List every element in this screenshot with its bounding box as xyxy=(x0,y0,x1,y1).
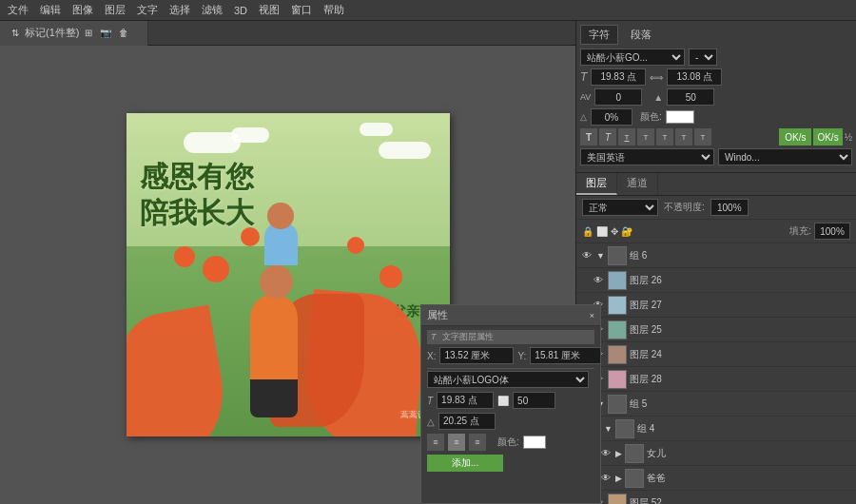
italic-btn[interactable]: T xyxy=(599,128,616,145)
style-btn-4[interactable]: T xyxy=(637,128,654,145)
layers-header: 图层 通道 xyxy=(576,173,856,196)
prop-section-title: 文字图层属性 xyxy=(442,332,494,341)
trash-icon[interactable]: 🗑 xyxy=(119,28,128,38)
eye-icon-father[interactable]: 👁 xyxy=(599,472,613,485)
menu-item-3d[interactable]: 3D xyxy=(234,5,247,16)
prop-font-select[interactable]: 站酷小薪LOGO体 xyxy=(427,371,589,388)
x-input[interactable] xyxy=(439,347,514,364)
layer-24[interactable]: 👁 图层 24 xyxy=(576,342,856,367)
eye-icon-26[interactable]: 👁 xyxy=(592,274,605,287)
font-select-row: 站酷小薪LOGO体 xyxy=(427,371,594,388)
thumb-24 xyxy=(608,345,627,364)
expand-icon-father[interactable]: ▶ xyxy=(615,474,622,483)
layer-25[interactable]: 👁 图层 25 xyxy=(576,318,856,342)
menu-item-edit[interactable]: 编辑 xyxy=(40,3,61,17)
prop-size2-input[interactable] xyxy=(438,413,496,430)
font-style-select[interactable]: - xyxy=(689,48,717,66)
font-size-input[interactable] xyxy=(591,68,646,86)
tab-icons: ⊞ 📷 🗑 xyxy=(85,28,128,38)
thumb-group6 xyxy=(608,246,627,265)
tab-bar: ⇅ 标记(1件整) ⊞ 📷 🗑 xyxy=(0,21,575,46)
ok-btn-1[interactable]: OK/s xyxy=(779,128,811,145)
font-family-select[interactable]: 站酷小薪GO... xyxy=(580,48,685,66)
document-tab[interactable]: ⇅ 标记(1件整) ⊞ 📷 🗑 xyxy=(0,21,148,46)
expand-icon-group6[interactable]: ▼ xyxy=(596,251,605,261)
layer-52[interactable]: 👁 图层 52 xyxy=(576,491,856,504)
fill-input[interactable] xyxy=(814,223,850,240)
align-left-btn[interactable]: ≡ xyxy=(427,434,444,451)
window-select[interactable]: Windo... xyxy=(718,148,852,165)
thumb-28 xyxy=(608,370,627,389)
cloud-3 xyxy=(379,142,431,159)
layer-27[interactable]: 👁 图层 27 xyxy=(576,293,856,318)
menu-item-view[interactable]: 视图 xyxy=(259,3,280,17)
size-t-icon: T xyxy=(580,70,587,84)
layer-group5[interactable]: 👁 ▼ 组 5 xyxy=(576,392,856,417)
arrange-view-icon[interactable]: ⊞ xyxy=(85,28,92,38)
bold-btn[interactable]: T xyxy=(580,128,597,145)
prop-leading-input[interactable] xyxy=(513,392,555,409)
arrange-icon: ⇅ xyxy=(11,28,19,38)
menu-item-select[interactable]: 选择 xyxy=(169,3,190,17)
y-input[interactable] xyxy=(530,347,601,364)
layer-group6[interactable]: 👁 ▼ 组 6 xyxy=(576,243,856,268)
layer-father[interactable]: 👁 ▶ 爸爸 xyxy=(576,466,856,491)
align-right-btn[interactable]: ≡ xyxy=(469,434,486,451)
section-divider-1 xyxy=(427,368,594,369)
lang-select[interactable]: 美国英语 xyxy=(580,148,714,165)
style-btn-7[interactable]: T xyxy=(694,128,711,145)
tracking-input[interactable] xyxy=(594,88,642,106)
layer-group4[interactable]: 👁 ▼ 组 4 xyxy=(576,417,856,441)
leading-input[interactable] xyxy=(667,68,722,86)
fill-label: 填充: xyxy=(789,224,811,238)
layers-tab[interactable]: 图层 xyxy=(576,173,617,195)
menu-item-image[interactable]: 图像 xyxy=(72,3,93,17)
layers-list[interactable]: 👁 ▼ 组 6 👁 图层 26 👁 图层 27 👁 xyxy=(576,243,856,504)
cloud-2 xyxy=(231,127,269,143)
flower-3 xyxy=(379,265,402,288)
layer-name-daughter: 女儿 xyxy=(647,447,852,460)
flower-2 xyxy=(203,256,229,282)
opacity-input[interactable] xyxy=(710,199,749,216)
layer-daughter[interactable]: 👁 ▶ 女儿 xyxy=(576,441,856,466)
flower-4 xyxy=(347,237,364,254)
lock-icon[interactable]: 🔒 xyxy=(582,226,593,237)
half-icon: ½ xyxy=(845,132,852,143)
prop-size-input[interactable] xyxy=(437,392,494,409)
ok-btn-2[interactable]: OK/s xyxy=(813,128,842,145)
menu-item-text[interactable]: 文字 xyxy=(137,3,158,17)
prop-color-swatch[interactable] xyxy=(523,436,546,449)
menu-item-filter[interactable]: 滤镜 xyxy=(202,3,223,17)
style-btn-3[interactable]: T xyxy=(618,128,635,145)
pixel-lock-icon[interactable]: ⬜ xyxy=(596,226,608,237)
menu-item-window[interactable]: 窗口 xyxy=(291,3,312,17)
expand-icon-daughter[interactable]: ▶ xyxy=(615,449,622,458)
scale-v-input[interactable] xyxy=(591,108,632,126)
camera-icon[interactable]: 📷 xyxy=(100,28,111,38)
eye-icon-daughter[interactable]: 👁 xyxy=(599,447,613,460)
para-tab[interactable]: 段落 xyxy=(622,25,660,45)
menu-item-file[interactable]: 文件 xyxy=(8,3,29,17)
leading-input2[interactable] xyxy=(667,88,714,106)
align-center-btn[interactable]: ≡ xyxy=(448,434,465,451)
layer-26[interactable]: 👁 图层 26 xyxy=(576,268,856,293)
all-lock-icon[interactable]: 🔐 xyxy=(621,226,632,237)
menu-item-layer[interactable]: 图层 xyxy=(105,3,126,17)
layer-28[interactable]: 👁 图层 28 xyxy=(576,367,856,392)
color-swatch[interactable] xyxy=(666,110,694,124)
move-lock-icon[interactable]: ✥ xyxy=(611,226,618,237)
style-btn-6[interactable]: T xyxy=(675,128,692,145)
channels-tab[interactable]: 通道 xyxy=(617,173,658,195)
y-label: Y: xyxy=(517,351,526,361)
add-btn[interactable]: 添加... xyxy=(427,455,503,472)
prop-close-btn[interactable]: × xyxy=(590,311,594,320)
opacity-label: 不透明度: xyxy=(664,201,705,214)
menu-item-help[interactable]: 帮助 xyxy=(323,3,344,17)
char-panel: 字符 段落 站酷小薪GO... - T ⟺ AV xyxy=(576,21,856,173)
expand-icon-group4[interactable]: ▼ xyxy=(604,424,613,434)
char-tab[interactable]: 字符 xyxy=(580,25,618,45)
blend-mode-select[interactable]: 正常 xyxy=(582,199,658,216)
eye-icon-group6[interactable]: 👁 xyxy=(580,249,593,262)
style-btn-5[interactable]: T xyxy=(656,128,673,145)
layer-name-24: 图层 24 xyxy=(630,348,852,361)
